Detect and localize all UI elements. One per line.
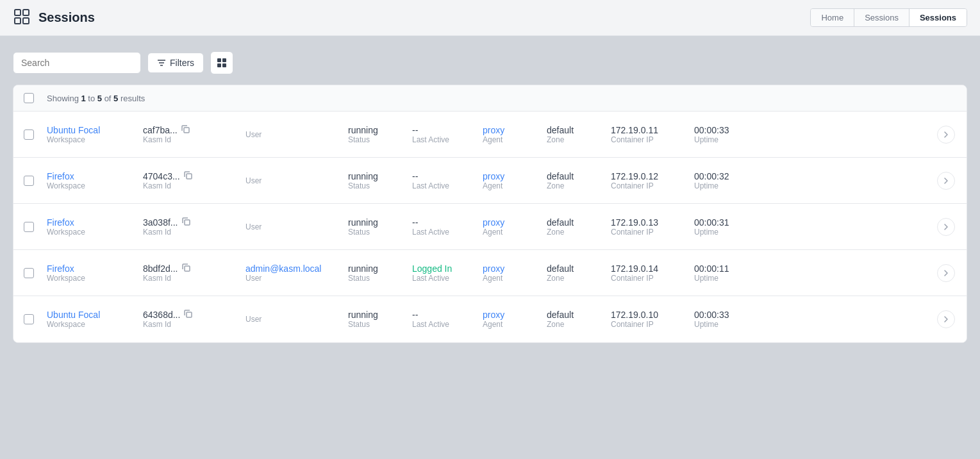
kasmid-label: Kasm Id	[143, 274, 245, 283]
agent-value[interactable]: proxy	[483, 310, 547, 320]
row-checkbox[interactable]	[24, 314, 34, 324]
status-value: running	[348, 263, 412, 274]
row-checkbox-cell	[24, 222, 47, 232]
status-value: running	[348, 125, 412, 135]
row-detail-button[interactable]	[937, 264, 955, 282]
copy-icon[interactable]	[182, 263, 190, 274]
user-cell: User	[245, 222, 348, 231]
kasmid-value: 3a038f...	[143, 217, 245, 228]
agent-cell: proxy Agent	[483, 263, 547, 283]
row-checkbox-cell	[24, 176, 47, 186]
table-row[interactable]: Firefox Workspace 4704c3... Kasm Id User…	[13, 158, 967, 204]
agent-label: Agent	[483, 135, 547, 144]
uptime-label: Uptime	[694, 228, 758, 237]
table-row[interactable]: Firefox Workspace 3a038f... Kasm Id User…	[13, 204, 967, 250]
workspace-label: Workspace	[47, 274, 143, 283]
workspace-name[interactable]: Ubuntu Focal	[47, 310, 143, 320]
row-checkbox[interactable]	[24, 222, 34, 232]
grid-view-button[interactable]	[210, 51, 233, 74]
status-label: Status	[348, 274, 412, 283]
arrow-cell	[936, 126, 956, 144]
table-row[interactable]: Ubuntu Focal Workspace 64368d... Kasm Id…	[13, 296, 967, 342]
status-cell: running Status	[348, 171, 412, 190]
uptime-value: 00:00:33	[694, 310, 758, 320]
chevron-right-icon	[942, 269, 950, 277]
user-cell: User	[245, 315, 348, 324]
agent-value[interactable]: proxy	[483, 171, 547, 181]
workspace-cell: Firefox Workspace	[47, 217, 143, 237]
filters-button[interactable]: Filters	[147, 53, 204, 73]
user-cell: User	[245, 130, 348, 139]
uptime-label: Uptime	[694, 135, 758, 144]
breadcrumb-sessions[interactable]: Sessions	[854, 9, 909, 26]
containerip-label: Container IP	[611, 135, 694, 144]
row-checkbox[interactable]	[24, 268, 34, 278]
table-row[interactable]: Ubuntu Focal Workspace caf7ba... Kasm Id…	[13, 112, 967, 158]
zone-cell: default Zone	[547, 217, 611, 237]
svg-rect-13	[185, 220, 190, 225]
row-checkbox[interactable]	[24, 176, 34, 186]
chevron-right-icon	[942, 131, 950, 138]
search-input[interactable]	[13, 52, 141, 74]
zone-value: default	[547, 171, 611, 181]
table-row[interactable]: Firefox Workspace 8bdf2d... Kasm Id admi…	[13, 250, 967, 296]
lastactive-value: --	[412, 217, 483, 228]
row-checkbox[interactable]	[24, 129, 34, 140]
copy-icon[interactable]	[184, 310, 192, 320]
kasmid-label: Kasm Id	[143, 181, 245, 190]
uptime-label: Uptime	[694, 274, 758, 283]
row-detail-button[interactable]	[937, 126, 955, 144]
uptime-cell: 00:00:33 Uptime	[694, 125, 758, 144]
arrow-cell	[936, 310, 956, 328]
breadcrumb-sessions-active[interactable]: Sessions	[909, 9, 967, 26]
workspace-name[interactable]: Firefox	[47, 171, 143, 181]
kasmid-value: caf7ba...	[143, 125, 245, 135]
kasmid-label: Kasm Id	[143, 320, 245, 329]
svg-rect-14	[185, 266, 190, 271]
containerip-value: 172.19.0.13	[611, 217, 694, 228]
agent-cell: proxy Agent	[483, 171, 547, 190]
status-label: Status	[348, 228, 412, 237]
containerip-label: Container IP	[611, 320, 694, 329]
agent-value[interactable]: proxy	[483, 263, 547, 274]
lastactive-label: Last Active	[412, 228, 483, 237]
workspace-name[interactable]: Ubuntu Focal	[47, 125, 143, 135]
copy-icon[interactable]	[184, 171, 192, 181]
row-checkbox-cell	[24, 129, 47, 140]
user-value[interactable]: admin@kasm.local	[245, 263, 348, 274]
lastactive-cell: -- Last Active	[412, 310, 483, 329]
select-all-checkbox[interactable]	[24, 93, 34, 103]
zone-value: default	[547, 125, 611, 135]
copy-icon[interactable]	[181, 125, 190, 135]
zone-label: Zone	[547, 320, 611, 329]
uptime-value: 00:00:33	[694, 125, 758, 135]
top-nav: Sessions Home Sessions Sessions	[0, 0, 980, 36]
containerip-label: Container IP	[611, 228, 694, 237]
agent-value[interactable]: proxy	[483, 217, 547, 228]
workspace-cell: Firefox Workspace	[47, 171, 143, 190]
row-detail-button[interactable]	[937, 218, 955, 236]
containerip-cell: 172.19.0.12 Container IP	[611, 171, 694, 190]
agent-value[interactable]: proxy	[483, 125, 547, 135]
workspace-name[interactable]: Firefox	[47, 263, 143, 274]
copy-icon[interactable]	[182, 217, 190, 228]
kasmid-cell: 4704c3... Kasm Id	[143, 171, 245, 190]
svg-rect-0	[15, 10, 21, 15]
zone-label: Zone	[547, 274, 611, 283]
containerip-cell: 172.19.0.14 Container IP	[611, 263, 694, 283]
workspace-cell: Ubuntu Focal Workspace	[47, 310, 143, 329]
row-detail-button[interactable]	[937, 310, 955, 328]
user-label: User	[245, 130, 348, 139]
user-label: User	[245, 315, 348, 324]
zone-value: default	[547, 263, 611, 274]
uptime-cell: 00:00:33 Uptime	[694, 310, 758, 329]
kasmid-cell: 3a038f... Kasm Id	[143, 217, 245, 237]
lastactive-cell: Logged In Last Active	[412, 263, 483, 283]
workspace-name[interactable]: Firefox	[47, 217, 143, 228]
row-detail-button[interactable]	[937, 172, 955, 190]
uptime-label: Uptime	[694, 181, 758, 190]
agent-label: Agent	[483, 181, 547, 190]
user-label: User	[245, 274, 348, 283]
uptime-cell: 00:00:32 Uptime	[694, 171, 758, 190]
breadcrumb-home[interactable]: Home	[811, 9, 854, 26]
